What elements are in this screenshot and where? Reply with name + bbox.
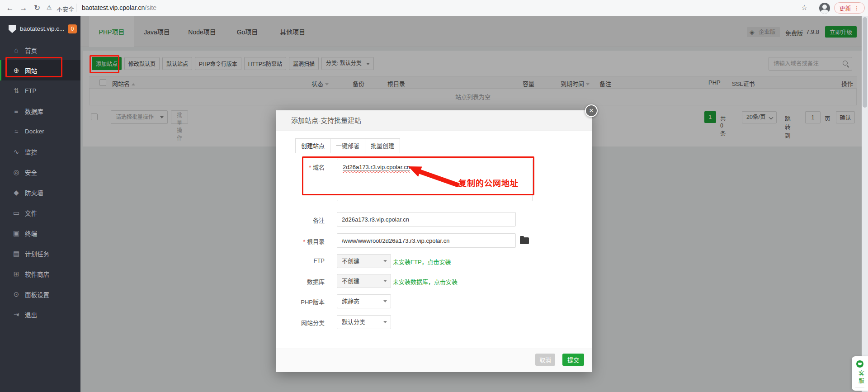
ftp-install-link[interactable]: 未安装FTP，点击安装 [393, 257, 451, 266]
docker-icon: ≈ [12, 128, 21, 135]
address-bar[interactable]: baotatest.vip.cpolar.cn/site [82, 4, 156, 11]
chevron-down-icon [383, 260, 387, 262]
message-count-badge[interactable]: 0 [68, 24, 77, 33]
annotation-box-website-menu [5, 57, 62, 77]
sidebar-item-monitor[interactable]: ∿ 监控 [0, 142, 80, 162]
sidebar-item-settings[interactable]: ⊙ 面板设置 [0, 284, 80, 304]
annotation-arrow-icon [400, 162, 461, 187]
panel-logo-text: baotatest.vip.c... [20, 25, 64, 32]
browse-folder-icon[interactable] [520, 237, 529, 244]
modal-tabbar: 创建站点 一键部署 批量创建 [295, 138, 400, 153]
scrollbar-thumb[interactable] [863, 17, 867, 108]
sidebar-item-terminal[interactable]: ▣ 终端 [0, 223, 80, 243]
reload-icon[interactable]: ↻ [32, 3, 42, 14]
panel-logo-icon [7, 24, 17, 34]
browser-scrollbar [862, 16, 868, 392]
sidebar-item-docker[interactable]: ≈ Docker [0, 121, 80, 142]
remark-input[interactable] [337, 212, 516, 227]
close-icon: × [589, 106, 594, 115]
tab-one-click-deploy[interactable]: 一键部署 [330, 138, 365, 153]
remark-label: 备注 [276, 216, 325, 224]
tab-batch-create[interactable]: 批量创建 [365, 138, 400, 153]
tab-create-site[interactable]: 创建站点 [295, 138, 330, 153]
modal-footer: 取消 提交 [276, 349, 592, 372]
chevron-down-icon [383, 280, 387, 282]
monitor-icon: ∿ [12, 148, 21, 156]
sidebar-item-database[interactable]: ≡ 数据库 [0, 101, 80, 121]
update-label: 更新 [839, 4, 851, 12]
submit-button[interactable]: 提交 [562, 354, 584, 366]
back-icon[interactable]: ← [5, 3, 15, 14]
security-label[interactable]: 不安全 [57, 5, 74, 13]
chevron-down-icon [383, 300, 387, 302]
rootdir-label: 根目录 [276, 237, 325, 246]
firewall-icon: ◆ [12, 189, 21, 197]
shield-check-icon: ◎ [12, 168, 21, 176]
folder-icon: ▭ [12, 209, 21, 217]
rootdir-input[interactable] [337, 233, 516, 248]
database-label: 数据库 [276, 277, 325, 286]
chevron-down-icon [383, 321, 387, 323]
sidebar-item-appstore[interactable]: ⊞ 软件商店 [0, 264, 80, 284]
browser-menu-dots-icon[interactable]: ⋮ [854, 5, 860, 11]
browser-chrome: ← → ↻ ⚠ 不安全 baotatest.vip.cpolar.cn/site… [0, 0, 868, 16]
logout-icon: ⇥ [12, 311, 21, 319]
sidebar-item-ftp[interactable]: ⇅ FTP [0, 80, 80, 101]
calendar-icon: ▤ [12, 250, 21, 258]
php-version-label: PHP版本 [276, 298, 325, 306]
site-category-label: 网站分类 [276, 318, 325, 327]
database-icon: ≡ [12, 107, 21, 115]
security-warning-icon: ⚠ [47, 4, 52, 11]
sidebar-menu: ⌂ 首页 ⊕ 网站 ⇅ FTP ≡ 数据库 ≈ Docker ∿ 监控 ◎ 安全… [0, 40, 80, 325]
database-select[interactable]: 不创建 [337, 274, 391, 288]
address-bar-divider [76, 4, 76, 12]
modal-title: 添加站点-支持批量建站 [276, 110, 592, 131]
modal-close-button[interactable]: × [585, 104, 598, 117]
site-category-select[interactable]: 默认分类 [337, 315, 391, 329]
forward-icon[interactable]: → [18, 3, 29, 14]
ftp-select[interactable]: 不创建 [337, 254, 391, 268]
database-install-link[interactable]: 未安装数据库，点击安装 [393, 277, 458, 286]
support-widget[interactable]: 客服 [852, 356, 868, 391]
url-domain: baotatest.vip.cpolar.cn [82, 4, 145, 11]
add-site-modal: 添加站点-支持批量建站 创建站点 一键部署 批量创建 域名 2d26a173.r… [276, 110, 592, 372]
sidebar-item-files[interactable]: ▭ 文件 [0, 203, 80, 223]
sidebar-item-logout[interactable]: ⇥ 退出 [0, 304, 80, 325]
cancel-button[interactable]: 取消 [535, 354, 555, 366]
sidebar-item-cron[interactable]: ▤ 计划任务 [0, 243, 80, 264]
ftp-label: FTP [276, 257, 325, 264]
url-path: /site [145, 4, 156, 11]
support-label: 客服 [857, 370, 865, 385]
panel-logo[interactable]: baotatest.vip.c... 0 [0, 22, 80, 37]
php-version-select[interactable]: 纯静态 [337, 294, 391, 308]
home-icon: ⌂ [12, 46, 21, 54]
annotation-note: 复制的公网地址 [458, 177, 519, 189]
sidebar-item-firewall[interactable]: ◆ 防火墙 [0, 182, 80, 203]
sidebar-item-security[interactable]: ◎ 安全 [0, 162, 80, 182]
gear-icon: ⊙ [12, 290, 21, 298]
browser-profile-avatar[interactable] [819, 3, 830, 14]
terminal-icon: ▣ [12, 229, 21, 237]
customer-service-icon [856, 360, 863, 368]
bookmark-star-icon[interactable]: ☆ [801, 3, 807, 12]
ftp-icon: ⇅ [12, 87, 21, 95]
support-divider [855, 387, 864, 387]
browser-update-button[interactable]: 更新 ⋮ [834, 2, 865, 14]
grid-icon: ⊞ [12, 270, 21, 278]
annotation-box-add-site [90, 55, 119, 73]
